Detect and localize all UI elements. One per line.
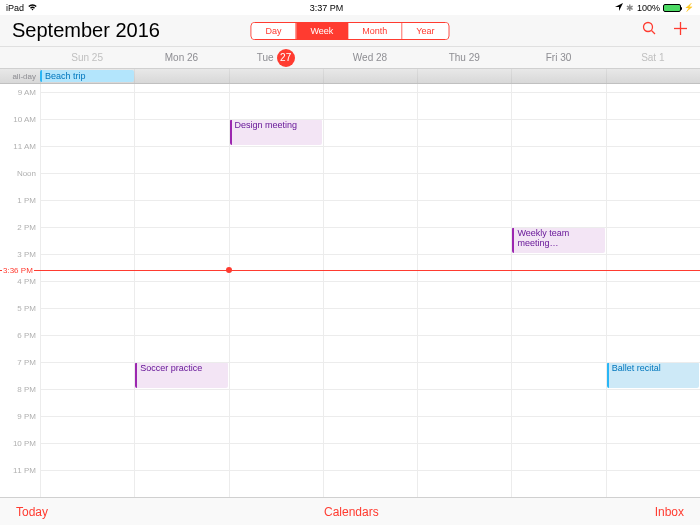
day-header[interactable]: Wed 28 <box>323 47 417 68</box>
bluetooth-icon: ✱ <box>626 3 634 13</box>
day-header[interactable]: Mon 26 <box>134 47 228 68</box>
wifi-icon <box>27 3 38 13</box>
svg-point-0 <box>644 23 653 32</box>
view-year[interactable]: Year <box>402 23 448 39</box>
day-header[interactable]: Sun 25 <box>40 47 134 68</box>
day-header[interactable]: Tue27 <box>229 47 323 68</box>
today-button[interactable]: Today <box>16 505 48 519</box>
calendar-event[interactable]: Design meeting <box>230 119 322 145</box>
now-time-label: 3:36 PM <box>2 266 34 275</box>
allday-label: all-day <box>0 69 40 83</box>
now-line <box>0 270 700 271</box>
today-indicator: 27 <box>277 49 295 67</box>
hour-label: 7 PM <box>17 358 36 367</box>
hour-label: 11 PM <box>13 466 36 475</box>
calendar-event[interactable]: Weekly team meeting… <box>512 227 604 253</box>
title-month: September <box>12 19 110 41</box>
calendar-event[interactable]: Soccer practice <box>135 362 227 388</box>
hour-label: 6 PM <box>17 331 36 340</box>
status-bar: iPad 3:37 PM ✱ 100% ⚡ <box>0 0 700 15</box>
header: September 2016 DayWeekMonthYear <box>0 15 700 47</box>
view-day[interactable]: Day <box>251 23 296 39</box>
status-time: 3:37 PM <box>310 3 344 13</box>
battery-icon <box>663 4 681 12</box>
day-header[interactable]: Thu 29 <box>417 47 511 68</box>
hour-label: 11 AM <box>13 142 36 151</box>
hour-label: 2 PM <box>17 223 36 232</box>
page-title: September 2016 <box>12 19 160 42</box>
svg-line-1 <box>652 31 656 35</box>
calendars-button[interactable]: Calendars <box>324 505 379 519</box>
hour-label: 10 AM <box>13 115 36 124</box>
hour-label: 3 PM <box>17 250 36 259</box>
hour-label: 1 PM <box>17 196 36 205</box>
hour-label: 5 PM <box>17 304 36 313</box>
hour-label: Noon <box>17 169 36 178</box>
allday-row: all-day Beach trip <box>0 69 700 84</box>
view-month[interactable]: Month <box>348 23 402 39</box>
day-header[interactable]: Sat 1 <box>606 47 700 68</box>
charging-icon: ⚡ <box>684 3 694 12</box>
view-week[interactable]: Week <box>296 23 348 39</box>
hour-label: 9 AM <box>18 88 36 97</box>
calendar-grid[interactable]: 9 AM10 AM11 AMNoon1 PM2 PM3 PM4 PM5 PM6 … <box>0 84 700 497</box>
hour-label: 9 PM <box>17 412 36 421</box>
title-year: 2016 <box>115 19 160 41</box>
inbox-button[interactable]: Inbox <box>655 505 684 519</box>
location-icon <box>615 3 623 13</box>
add-event-icon[interactable] <box>673 21 688 40</box>
now-dot <box>226 267 232 273</box>
battery-pct: 100% <box>637 3 660 13</box>
allday-event[interactable]: Beach trip <box>40 70 134 82</box>
hour-label: 8 PM <box>17 385 36 394</box>
day-headers: Sun 25Mon 26Tue27Wed 28Thu 29Fri 30Sat 1 <box>0 47 700 69</box>
search-icon[interactable] <box>642 21 657 40</box>
day-header[interactable]: Fri 30 <box>511 47 605 68</box>
view-segmented-control: DayWeekMonthYear <box>250 22 449 40</box>
device-label: iPad <box>6 3 24 13</box>
toolbar: Today Calendars Inbox <box>0 497 700 525</box>
hour-label: 4 PM <box>17 277 36 286</box>
calendar-event[interactable]: Ballet recital <box>607 362 699 388</box>
hour-label: 10 PM <box>13 439 36 448</box>
